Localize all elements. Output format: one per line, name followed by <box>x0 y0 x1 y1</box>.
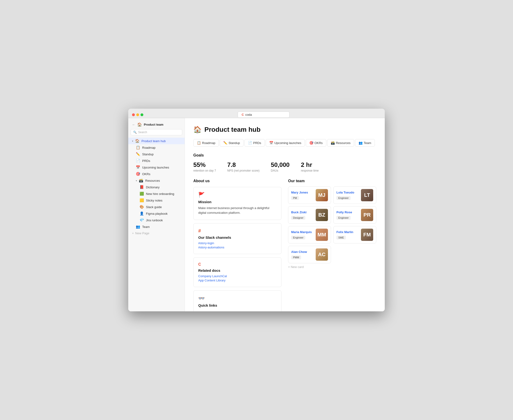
sidebar-item-figma-playbook[interactable]: 👤 Figma playbook <box>128 210 185 217</box>
sidebar-item-label: PRDs <box>142 159 150 163</box>
sidebar-item-upcoming-launches[interactable]: 📅 Upcoming launches <box>128 164 185 171</box>
new-card-label: + New card <box>288 265 304 269</box>
team-card-felix-marlin[interactable]: Felix Marlin SME FM <box>333 226 376 243</box>
sidebar-item-jira-runbook[interactable]: 💎 Jira runbook <box>128 217 185 224</box>
sidebar-item-slack-guide[interactable]: 🎨 Slack guide <box>128 204 185 210</box>
team-card-maria-marquis[interactable]: Maria Marquis Engineer MM <box>288 226 331 243</box>
quick-links-icon: 👓 <box>198 295 277 301</box>
sidebar-item-team[interactable]: 👥 Team <box>128 224 185 230</box>
sidebar-item-dictionary[interactable]: 📕 Dictionary <box>128 184 185 190</box>
team-card-polly-rose[interactable]: Polly Rose Engineer PR <box>333 206 376 224</box>
search-box[interactable]: 🔍 Search <box>131 129 182 135</box>
team-member-name: Buck Ziski <box>291 210 307 214</box>
team-card-lola-tseudo[interactable]: Lola Tseudo Engineer LT <box>333 187 376 204</box>
team-tab-icon: 👥 <box>359 141 362 145</box>
team-member-role: Engineer <box>336 196 351 200</box>
goal-value: 7.8 <box>227 161 260 169</box>
slack-link-story-automations[interactable]: #story-automations <box>198 246 277 249</box>
tab-upcoming-launches[interactable]: 📅 Upcoming launches <box>266 139 305 147</box>
tab-standup[interactable]: ✏️ Standup <box>220 139 243 147</box>
about-us-title: About us <box>193 179 281 183</box>
team-card-mary-jones[interactable]: Mary Jones PM MJ <box>288 187 331 204</box>
sidebar-item-new-hire[interactable]: 🟩 New hire onboarding <box>128 190 185 197</box>
sidebar-item-sticky-notes[interactable]: 🟨 Sticky notes <box>128 197 185 204</box>
goals-title: Goals <box>193 153 376 158</box>
doc-link-content-library[interactable]: App Content Library <box>198 278 277 282</box>
team-member-role: PM <box>291 196 299 200</box>
goal-response-time: 2 hr response time <box>301 161 318 172</box>
sidebar-item-label: Sticky notes <box>146 199 162 202</box>
minimize-button[interactable] <box>136 113 139 116</box>
sidebar-item-label: Roadmap <box>142 146 155 150</box>
quick-links-card: 👓 Quick links <box>193 290 281 311</box>
sidebar-item-product-team-hub[interactable]: ▾ 🏠 Product team hub <box>128 138 185 144</box>
sidebar-item-label: Product team hub <box>142 139 166 143</box>
team-card-buck-ziski[interactable]: Buck Ziski Designer BZ <box>288 206 331 224</box>
dictionary-icon: 📕 <box>140 185 144 189</box>
mission-card: 🚩 Mission Make internet business persona… <box>193 187 281 220</box>
sidebar-item-roadmap[interactable]: 📋 Roadmap <box>128 144 185 151</box>
team-member-role: Engineer <box>336 216 351 220</box>
avatar: PR <box>361 209 373 221</box>
team-card-info: Polly Rose Engineer <box>336 210 352 220</box>
sidebar-item-label: Standup <box>142 152 153 156</box>
sidebar-item-resources[interactable]: ▾ 🗃️ Resources <box>128 177 185 184</box>
sidebar-item-okrs[interactable]: 🎯 OKRs <box>128 171 185 177</box>
mission-icon: 🚩 <box>198 192 277 198</box>
avatar: BZ <box>316 209 328 221</box>
tab-resources[interactable]: 🗃️ Resources <box>327 139 354 147</box>
workspace-icon: 🏠 <box>137 122 142 127</box>
team-card-alan-chow[interactable]: Alan Chow PMM AC <box>288 246 331 263</box>
search-placeholder: Search <box>138 131 147 134</box>
slack-channels-title: Our Slack channels <box>198 235 277 240</box>
addressbar-text: coda <box>245 113 252 116</box>
close-button[interactable] <box>132 113 135 116</box>
chevron-down-icon: ▾ <box>132 140 133 142</box>
avatar-placeholder: PR <box>361 209 373 221</box>
figma-icon: 👤 <box>140 211 144 216</box>
new-card-button[interactable]: + New card <box>288 263 376 270</box>
hub-icon: 🏠 <box>135 139 140 143</box>
maximize-button[interactable] <box>141 113 143 116</box>
chevron-down-icon: ▾ <box>136 179 137 182</box>
sidebar-item-label: Team <box>142 225 150 229</box>
two-col-layout: About us 🚩 Mission Make internet busines… <box>193 179 376 311</box>
sidebar-item-prds[interactable]: 📄 PRDs <box>128 158 185 164</box>
sidebar: ← 🏠 Product team 🔍 Search ▾ 🏠 Product te… <box>128 118 185 311</box>
tab-roadmap[interactable]: 📋 Roadmap <box>193 139 219 147</box>
team-member-role: PMM <box>291 255 301 259</box>
goal-value: 50,000 <box>271 161 290 169</box>
resources-icon: 🗃️ <box>139 178 143 183</box>
tab-prds-label: PRDs <box>253 141 261 145</box>
team-card-info: Buck Ziski Designer <box>291 210 307 220</box>
okrs-tab-icon: 🎯 <box>309 141 313 145</box>
team-card-info: Mary Jones PM <box>291 191 308 200</box>
mission-body: Make internet business personal through … <box>198 206 277 215</box>
tab-team[interactable]: 👥 Team <box>355 139 375 147</box>
related-docs-card: C Related docs Company LaunchCal App Con… <box>193 257 281 287</box>
goal-label: DAUs <box>271 169 290 172</box>
team-member-name: Mary Jones <box>291 191 308 194</box>
back-icon[interactable]: ← <box>132 123 135 127</box>
tab-okrs-label: OKRs <box>315 141 323 145</box>
doc-link-launchcal[interactable]: Company LaunchCal <box>198 274 277 278</box>
okrs-icon: 🎯 <box>136 172 140 176</box>
new-page-button[interactable]: + New Page <box>128 230 185 236</box>
slack-link-story-login[interactable]: #story-login <box>198 241 277 245</box>
tab-okrs[interactable]: 🎯 OKRs <box>306 139 326 147</box>
goals-row: 55% retention on day 7 7.8 NPS (net prom… <box>193 161 376 172</box>
sidebar-item-standup[interactable]: ✏️ Standup <box>128 151 185 158</box>
team-member-role: Designer <box>291 216 305 220</box>
avatar: MM <box>316 229 328 241</box>
tab-resources-label: Resources <box>336 141 351 145</box>
goal-retention: 55% retention on day 7 <box>193 161 216 172</box>
our-team-title: Our team <box>288 179 376 183</box>
avatar-placeholder: FM <box>361 229 373 241</box>
tab-prds[interactable]: 📄 PRDs <box>244 139 265 147</box>
team-card-info: Felix Marlin SME <box>336 230 353 240</box>
tab-roadmap-label: Roadmap <box>202 141 215 145</box>
sidebar-item-label: Jira runbook <box>146 218 163 222</box>
avatar-placeholder: MJ <box>316 189 328 201</box>
address-bar[interactable]: C coda <box>146 112 381 118</box>
goal-daus: 50,000 DAUs <box>271 161 290 172</box>
